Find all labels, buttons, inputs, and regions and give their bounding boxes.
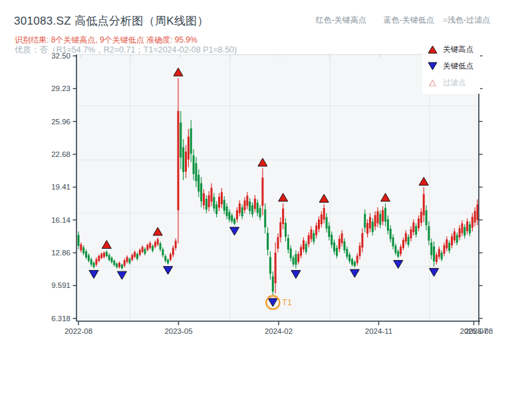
chart-page: 32.5029.2325.9622.6819.4116.1412.869.591… xyxy=(0,0,532,399)
triangle-up-outline-icon xyxy=(428,78,438,87)
color-key-blue-low: 蓝色-关键低点 xyxy=(384,15,434,26)
x-axis-labels: 2022-082023-052024-022024-112025-072025-… xyxy=(65,327,493,335)
svg-text:2023-05: 2023-05 xyxy=(164,327,192,335)
svg-text:19.41: 19.41 xyxy=(51,183,70,191)
triangle-down-blue-icon xyxy=(428,62,438,70)
legend-item-key-low: 关键低点 xyxy=(428,58,473,74)
svg-text:T1: T1 xyxy=(282,298,292,307)
legend-item-filter: 过滤点 xyxy=(428,74,473,91)
recognition-result-text: 识别结果: 8个关键高点, 9个关键低点 准确度: 95.9% xyxy=(15,35,198,46)
svg-text:22.68: 22.68 xyxy=(51,150,70,158)
y-axis-labels: 32.5029.2325.9622.6819.4116.1412.869.591… xyxy=(51,52,70,323)
svg-text:6.318: 6.318 xyxy=(51,315,70,323)
svg-text:29.23: 29.23 xyxy=(51,84,70,92)
triangle-up-red-icon xyxy=(428,45,438,54)
svg-text:2025-08: 2025-08 xyxy=(465,327,493,335)
legend-label-key-high: 关键高点 xyxy=(443,45,473,55)
legend-label-filter: 过滤点 xyxy=(443,78,466,88)
svg-text:2024-11: 2024-11 xyxy=(365,327,392,335)
page-title: 301083.SZ 高低点分析图（周K线图） xyxy=(14,13,209,29)
color-key-light-filter: ○浅色-过滤点 xyxy=(443,15,490,26)
svg-text:16.14: 16.14 xyxy=(51,216,70,224)
color-key-legend: 红色-关键高点 蓝色-关键低点 ○浅色-过滤点 xyxy=(316,15,490,26)
svg-text:12.86: 12.86 xyxy=(51,249,70,257)
quality-text: 优质：否（R1=54.7%，R2=0.71；T1=2024-02-08 P1=8… xyxy=(15,45,237,56)
svg-text:9.591: 9.591 xyxy=(51,281,70,289)
legend-item-key-high: 关键高点 xyxy=(428,41,473,58)
plot-area xyxy=(76,55,479,321)
svg-text:25.96: 25.96 xyxy=(51,118,70,126)
svg-text:2022-08: 2022-08 xyxy=(65,327,92,335)
svg-text:2024-02: 2024-02 xyxy=(265,327,293,335)
legend-label-key-low: 关键低点 xyxy=(443,61,473,71)
color-key-red-high: 红色-关键高点 xyxy=(316,15,366,26)
plot-legend: 关键高点 关键低点 过滤点 xyxy=(422,39,480,94)
